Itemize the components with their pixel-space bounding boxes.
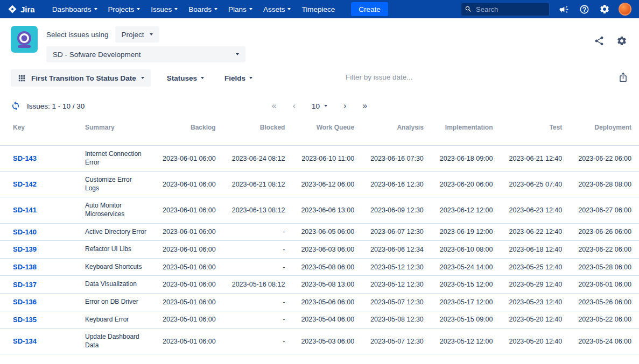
- summary-cell: Active Directory Error: [85, 223, 154, 241]
- nav-item-label: Projects: [108, 5, 135, 13]
- column-header-analysis[interactable]: Analysis: [362, 119, 431, 146]
- issue-key-link[interactable]: SD-141: [13, 206, 37, 214]
- report-settings-gear-icon[interactable]: [615, 34, 628, 47]
- table-row: SD-137Data Visualization2023-05-01 06:00…: [0, 276, 639, 294]
- jira-logo[interactable]: Jira: [8, 4, 35, 14]
- issue-key-link[interactable]: SD-134: [13, 337, 37, 345]
- nav-item-boards[interactable]: Boards: [188, 5, 217, 13]
- key-cell: SD-138: [0, 258, 85, 276]
- column-header-implementation[interactable]: Implementation: [431, 119, 501, 146]
- column-header-deployment[interactable]: Deployment: [570, 119, 639, 146]
- search-input[interactable]: [461, 3, 550, 16]
- issue-source-mode-dropdown[interactable]: Project: [115, 26, 159, 42]
- date-cell: 2023-06-10 08:00: [431, 241, 501, 259]
- project-value: SD - Sofware Development: [53, 51, 141, 59]
- column-header-summary[interactable]: Summary: [85, 119, 154, 146]
- settings-gear-icon[interactable]: [598, 3, 611, 16]
- date-cell: 2023-05-08 12:30: [362, 311, 431, 329]
- date-cell: 2023-06-10 11:00: [292, 146, 362, 172]
- top-nav: Jira Dashboards Projects Issues Boards P…: [0, 0, 639, 18]
- help-icon[interactable]: [578, 3, 591, 16]
- nav-item-dashboards[interactable]: Dashboards: [52, 5, 97, 13]
- date-cell: 2023-06-01 06:00: [570, 276, 639, 294]
- nav-item-issues[interactable]: Issues: [151, 5, 178, 13]
- issue-key-link[interactable]: SD-142: [13, 180, 37, 188]
- issue-key-link[interactable]: SD-138: [13, 263, 37, 271]
- page-size-select[interactable]: 10: [312, 102, 327, 110]
- issue-key-link[interactable]: SD-143: [13, 154, 37, 162]
- refresh-icon[interactable]: [11, 101, 20, 111]
- chevron-down-icon: [249, 77, 252, 79]
- date-cell: 2023-06-01 06:00: [154, 146, 223, 172]
- statuses-dropdown[interactable]: Statuses: [163, 74, 208, 82]
- date-cell: 2023-05-22 06:00: [570, 311, 639, 329]
- column-header-test[interactable]: Test: [501, 119, 570, 146]
- date-cell: 2023-05-06 06:00: [292, 293, 362, 311]
- date-cell: 2023-06-01 06:00: [154, 172, 223, 197]
- first-page-button[interactable]: «: [272, 102, 277, 110]
- report-toolbar: First Transition To Status Date Statuses…: [0, 69, 639, 87]
- date-cell: 2023-06-18 12:40: [501, 241, 570, 259]
- feedback-megaphone-icon[interactable]: [557, 3, 570, 16]
- nav-item-timepiece[interactable]: Timepiece: [301, 5, 335, 13]
- user-avatar[interactable]: [619, 3, 631, 16]
- issue-date-filter-input[interactable]: [345, 73, 474, 82]
- date-cell: -: [223, 311, 293, 329]
- date-cell: 2023-05-07 12:30: [362, 293, 431, 311]
- key-cell: SD-137: [0, 276, 85, 294]
- date-cell: 2023-06-05 06:00: [292, 223, 362, 241]
- issue-key-link[interactable]: SD-135: [13, 316, 37, 324]
- column-header-backlog[interactable]: Backlog: [154, 119, 223, 146]
- date-cell: -: [223, 329, 293, 354]
- issue-source-mode-value: Project: [122, 31, 144, 39]
- next-page-button[interactable]: ›: [343, 102, 346, 110]
- nav-item-plans[interactable]: Plans: [228, 5, 252, 13]
- date-cell: 2023-06-16 07:30: [362, 146, 431, 172]
- issue-key-link[interactable]: SD-136: [13, 298, 37, 306]
- fields-label: Fields: [224, 74, 245, 82]
- report-type-dropdown[interactable]: First Transition To Status Date: [11, 69, 151, 87]
- date-cell: 2023-06-16 12:30: [362, 172, 431, 197]
- date-cell: 2023-06-01 06:00: [154, 197, 223, 223]
- table-row: SD-140Active Directory Error2023-06-01 0…: [0, 223, 639, 241]
- app-logo-icon: [11, 26, 38, 53]
- summary-cell: Update Dashboard Data: [85, 329, 154, 354]
- share-icon[interactable]: [593, 34, 606, 47]
- key-cell: SD-140: [0, 223, 85, 241]
- export-icon[interactable]: [618, 72, 628, 84]
- date-cell: 2023-05-12 12:00: [431, 329, 501, 354]
- nav-item-assets[interactable]: Assets: [263, 5, 291, 13]
- chevron-down-icon: [174, 8, 178, 10]
- column-header-key[interactable]: Key: [0, 119, 85, 146]
- pager-controls: « ‹ 10 › »: [272, 102, 368, 110]
- project-dropdown[interactable]: SD - Sofware Development: [46, 46, 245, 62]
- table-row: SD-142Customize Error Logs2023-06-01 06:…: [0, 172, 639, 197]
- previous-page-button[interactable]: ‹: [293, 102, 296, 110]
- column-header-work-queue[interactable]: Work Queue: [292, 119, 362, 146]
- date-cell: 2023-05-01 06:00: [154, 276, 223, 294]
- date-cell: 2023-06-20 06:00: [431, 172, 501, 197]
- last-page-button[interactable]: »: [362, 102, 367, 110]
- summary-cell: Internet Connection Error: [85, 146, 154, 172]
- jira-logo-icon: [8, 4, 17, 14]
- issue-key-link[interactable]: SD-140: [13, 228, 37, 236]
- date-cell: 2023-06-25 07:40: [501, 172, 570, 197]
- date-cell: 2023-06-18 09:00: [431, 146, 501, 172]
- select-issues-label: Select issues using: [46, 31, 109, 39]
- fields-dropdown[interactable]: Fields: [220, 74, 257, 82]
- table-row: SD-143Internet Connection Error2023-06-0…: [0, 146, 639, 172]
- create-button[interactable]: Create: [351, 2, 388, 16]
- column-header-blocked[interactable]: Blocked: [223, 119, 293, 146]
- issue-key-link[interactable]: SD-137: [13, 281, 37, 289]
- issue-source-controls: Select issues using Project SD - Sofware…: [46, 26, 245, 62]
- jira-logo-text: Jira: [20, 5, 35, 14]
- table-row: SD-141Auto Monitor Microservices2023-06-…: [0, 197, 639, 223]
- issue-key-link[interactable]: SD-139: [13, 245, 37, 253]
- key-cell: SD-135: [0, 311, 85, 329]
- issues-table: Key Summary Backlog Blocked Work Queue A…: [0, 119, 639, 354]
- issue-source-header: Select issues using Project SD - Sofware…: [0, 18, 639, 62]
- nav-item-projects[interactable]: Projects: [108, 5, 141, 13]
- nav-item-label: Timepiece: [301, 5, 335, 13]
- key-cell: SD-142: [0, 172, 85, 197]
- chevron-down-icon: [201, 77, 204, 79]
